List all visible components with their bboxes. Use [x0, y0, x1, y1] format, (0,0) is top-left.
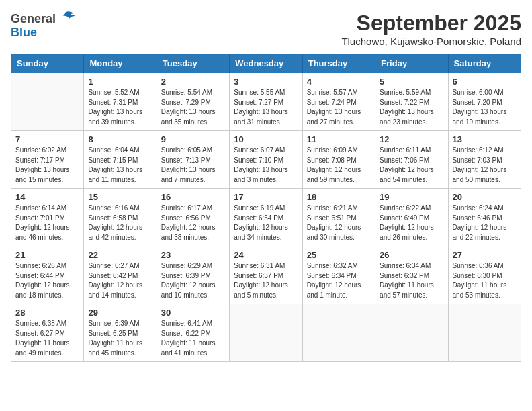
calendar-cell: 23Sunrise: 6:29 AMSunset: 6:39 PMDayligh… [157, 246, 229, 304]
day-number: 17 [234, 192, 298, 202]
day-info: Sunrise: 5:52 AMSunset: 7:31 PMDaylight:… [88, 88, 152, 127]
day-info: Sunrise: 6:31 AMSunset: 6:37 PMDaylight:… [234, 261, 298, 300]
calendar-cell: 17Sunrise: 6:19 AMSunset: 6:54 PMDayligh… [230, 189, 302, 246]
day-number: 8 [88, 134, 152, 144]
weekday-header-saturday: Saturday [448, 54, 521, 73]
calendar-cell: 5Sunrise: 5:59 AMSunset: 7:22 PMDaylight… [375, 73, 448, 131]
weekday-header-sunday: Sunday [11, 54, 84, 73]
month-title: September 2025 [341, 11, 521, 36]
calendar-cell [11, 73, 84, 131]
day-number: 21 [15, 250, 79, 260]
weekday-header-thursday: Thursday [302, 54, 375, 73]
weekday-header-monday: Monday [84, 54, 157, 73]
calendar-cell [448, 304, 521, 362]
day-number: 10 [234, 134, 298, 144]
calendar-cell: 25Sunrise: 6:32 AMSunset: 6:34 PMDayligh… [302, 246, 375, 304]
day-info: Sunrise: 5:57 AMSunset: 7:24 PMDaylight:… [307, 88, 371, 127]
day-info: Sunrise: 6:04 AMSunset: 7:15 PMDaylight:… [88, 146, 152, 185]
calendar-cell: 12Sunrise: 6:11 AMSunset: 7:06 PMDayligh… [375, 131, 448, 189]
day-info: Sunrise: 6:41 AMSunset: 6:22 PMDaylight:… [161, 319, 225, 358]
calendar-cell [230, 304, 302, 362]
calendar-cell [375, 304, 448, 362]
day-info: Sunrise: 5:55 AMSunset: 7:27 PMDaylight:… [234, 88, 298, 127]
day-info: Sunrise: 6:22 AMSunset: 6:49 PMDaylight:… [380, 203, 443, 242]
calendar-week-row: 28Sunrise: 6:38 AMSunset: 6:27 PMDayligh… [11, 304, 521, 362]
calendar-cell: 29Sunrise: 6:39 AMSunset: 6:25 PMDayligh… [84, 304, 157, 362]
day-number: 28 [15, 308, 79, 318]
calendar-cell: 1Sunrise: 5:52 AMSunset: 7:31 PMDaylight… [84, 73, 157, 131]
day-number: 11 [307, 134, 371, 144]
day-number: 26 [380, 250, 443, 260]
calendar-cell: 11Sunrise: 6:09 AMSunset: 7:08 PMDayligh… [302, 131, 375, 189]
calendar-cell: 15Sunrise: 6:16 AMSunset: 6:58 PMDayligh… [84, 189, 157, 246]
day-number: 2 [161, 77, 225, 87]
header: General Blue September 2025 Tluchowo, Ku… [11, 11, 521, 47]
day-info: Sunrise: 6:29 AMSunset: 6:39 PMDaylight:… [161, 261, 225, 300]
calendar-cell: 8Sunrise: 6:04 AMSunset: 7:15 PMDaylight… [84, 131, 157, 189]
logo-bird-icon [60, 11, 75, 23]
calendar-cell: 20Sunrise: 6:24 AMSunset: 6:46 PMDayligh… [448, 189, 521, 246]
calendar-cell: 4Sunrise: 5:57 AMSunset: 7:24 PMDaylight… [302, 73, 375, 131]
day-number: 9 [161, 134, 225, 144]
day-number: 6 [453, 77, 517, 87]
calendar-cell: 22Sunrise: 6:27 AMSunset: 6:42 PMDayligh… [84, 246, 157, 304]
day-number: 19 [380, 192, 443, 202]
weekday-header-row: SundayMondayTuesdayWednesdayThursdayFrid… [11, 54, 521, 73]
day-number: 25 [307, 250, 371, 260]
day-number: 5 [380, 77, 443, 87]
weekday-header-wednesday: Wednesday [230, 54, 302, 73]
calendar-cell: 18Sunrise: 6:21 AMSunset: 6:51 PMDayligh… [302, 189, 375, 246]
calendar-cell: 6Sunrise: 6:00 AMSunset: 7:20 PMDaylight… [448, 73, 521, 131]
day-info: Sunrise: 6:27 AMSunset: 6:42 PMDaylight:… [88, 261, 152, 300]
day-info: Sunrise: 5:54 AMSunset: 7:29 PMDaylight:… [161, 88, 225, 127]
logo-blue: Blue [11, 26, 37, 39]
day-info: Sunrise: 5:59 AMSunset: 7:22 PMDaylight:… [380, 88, 443, 127]
day-info: Sunrise: 6:05 AMSunset: 7:13 PMDaylight:… [161, 146, 225, 185]
day-info: Sunrise: 6:14 AMSunset: 7:01 PMDaylight:… [15, 203, 79, 242]
day-number: 15 [88, 192, 152, 202]
day-number: 3 [234, 77, 298, 87]
day-number: 22 [88, 250, 152, 260]
calendar-week-row: 21Sunrise: 6:26 AMSunset: 6:44 PMDayligh… [11, 246, 521, 304]
day-info: Sunrise: 6:17 AMSunset: 6:56 PMDaylight:… [161, 203, 225, 242]
day-number: 23 [161, 250, 225, 260]
day-number: 29 [88, 308, 152, 318]
day-info: Sunrise: 6:26 AMSunset: 6:44 PMDaylight:… [15, 261, 79, 300]
calendar-cell: 16Sunrise: 6:17 AMSunset: 6:56 PMDayligh… [157, 189, 229, 246]
logo: General Blue [11, 11, 75, 40]
day-info: Sunrise: 6:38 AMSunset: 6:27 PMDaylight:… [15, 319, 79, 358]
day-info: Sunrise: 6:12 AMSunset: 7:03 PMDaylight:… [453, 146, 517, 185]
calendar-week-row: 1Sunrise: 5:52 AMSunset: 7:31 PMDaylight… [11, 73, 521, 131]
calendar-cell: 7Sunrise: 6:02 AMSunset: 7:17 PMDaylight… [11, 131, 84, 189]
day-number: 13 [453, 134, 517, 144]
calendar-cell: 3Sunrise: 5:55 AMSunset: 7:27 PMDaylight… [230, 73, 302, 131]
day-info: Sunrise: 6:36 AMSunset: 6:30 PMDaylight:… [453, 261, 517, 300]
day-info: Sunrise: 6:16 AMSunset: 6:58 PMDaylight:… [88, 203, 152, 242]
day-number: 4 [307, 77, 371, 87]
calendar-week-row: 7Sunrise: 6:02 AMSunset: 7:17 PMDaylight… [11, 131, 521, 189]
day-number: 16 [161, 192, 225, 202]
day-number: 27 [453, 250, 517, 260]
day-number: 12 [380, 134, 443, 144]
title-area: September 2025 Tluchowo, Kujawsko-Pomors… [341, 11, 521, 47]
calendar-cell: 21Sunrise: 6:26 AMSunset: 6:44 PMDayligh… [11, 246, 84, 304]
logo-general: General [11, 12, 56, 26]
weekday-header-friday: Friday [375, 54, 448, 73]
day-info: Sunrise: 6:11 AMSunset: 7:06 PMDaylight:… [380, 146, 443, 185]
calendar-cell: 30Sunrise: 6:41 AMSunset: 6:22 PMDayligh… [157, 304, 229, 362]
calendar-cell: 27Sunrise: 6:36 AMSunset: 6:30 PMDayligh… [448, 246, 521, 304]
calendar-cell: 19Sunrise: 6:22 AMSunset: 6:49 PMDayligh… [375, 189, 448, 246]
calendar: SundayMondayTuesdayWednesdayThursdayFrid… [11, 54, 521, 362]
day-info: Sunrise: 6:24 AMSunset: 6:46 PMDaylight:… [453, 203, 517, 242]
day-number: 20 [453, 192, 517, 202]
calendar-cell: 28Sunrise: 6:38 AMSunset: 6:27 PMDayligh… [11, 304, 84, 362]
day-number: 1 [88, 77, 152, 87]
day-info: Sunrise: 6:39 AMSunset: 6:25 PMDaylight:… [88, 319, 152, 358]
day-info: Sunrise: 6:00 AMSunset: 7:20 PMDaylight:… [453, 88, 517, 127]
day-info: Sunrise: 6:07 AMSunset: 7:10 PMDaylight:… [234, 146, 298, 185]
day-number: 14 [15, 192, 79, 202]
day-number: 18 [307, 192, 371, 202]
day-number: 30 [161, 308, 225, 318]
calendar-cell: 2Sunrise: 5:54 AMSunset: 7:29 PMDaylight… [157, 73, 229, 131]
calendar-cell: 13Sunrise: 6:12 AMSunset: 7:03 PMDayligh… [448, 131, 521, 189]
